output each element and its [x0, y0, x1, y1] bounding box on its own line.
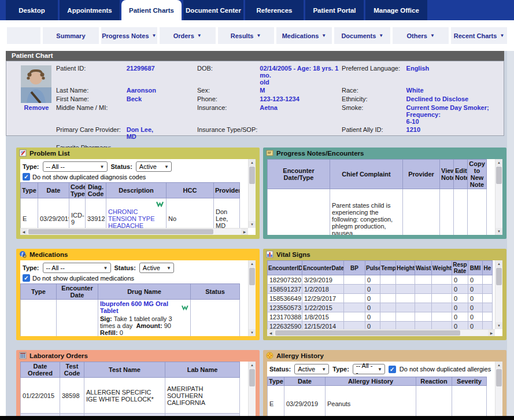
chevron-down-icon: ▼	[103, 266, 108, 271]
scroll-right-icon[interactable]: ▶	[241, 229, 248, 235]
column-header: Resp Rate	[452, 261, 468, 275]
table-cell: 38598	[60, 378, 84, 414]
table-cell	[344, 294, 365, 303]
table-cell: Smoke:	[341, 104, 405, 126]
table-row: 1829073203/29/2019000	[268, 275, 493, 285]
table-cell	[396, 285, 415, 294]
tab-patient-portal[interactable]: Patient Portal	[305, 0, 364, 20]
column-header: Diag. Code	[86, 183, 106, 198]
vital-signs-body: EncounterIDEncounterDateBPPulseTempHeigh…	[267, 260, 502, 336]
tab-appointments[interactable]: Appointments	[60, 0, 120, 20]
bottom-edge	[0, 416, 514, 420]
column-header: Test Code	[60, 362, 84, 378]
bar-chart-icon	[266, 250, 273, 258]
allergy-type-select[interactable]: -- All --▼	[353, 364, 385, 374]
chevron-down-icon: ▼	[167, 266, 171, 271]
vertical-scrollbar[interactable]: ▲▼	[495, 260, 502, 329]
subnav-documents[interactable]: Documents▼	[334, 27, 390, 44]
problem-list-table: TypeDateCode TypeDiag. CodeDescriptionHC…	[20, 182, 240, 235]
scroll-thumb[interactable]	[249, 167, 255, 184]
scroll-up-icon[interactable]: ▲	[495, 260, 502, 267]
table-cell	[380, 285, 396, 294]
table-cell	[415, 312, 432, 322]
vertical-scrollbar[interactable]: ▲▼	[495, 159, 502, 235]
vertical-scrollbar[interactable]: ▲▼	[248, 362, 256, 420]
medications-type-select[interactable]: -- All --▼	[43, 263, 111, 273]
table-cell	[344, 312, 365, 322]
column-header: Date	[38, 183, 69, 198]
scroll-thumb[interactable]	[28, 229, 213, 234]
column-header: Reaction	[416, 377, 452, 386]
tab-patient-charts[interactable]: Patient Charts	[121, 0, 182, 20]
patient-photo	[21, 65, 51, 103]
scroll-up-icon[interactable]: ▲	[249, 159, 256, 166]
type-filter-label: Type:	[23, 163, 39, 170]
scroll-up-icon[interactable]: ▲	[249, 362, 256, 369]
subnav-orders[interactable]: Orders▼	[160, 27, 216, 44]
subnav-summary[interactable]: Summary	[43, 27, 99, 44]
checkbox-checked[interactable]: ✓	[23, 274, 30, 282]
chevron-down-icon: ▼	[379, 33, 383, 38]
panel-title-text: Laboratory Orders	[29, 352, 88, 359]
table-header-row: TypeDateAllergy HistoryReactionSeverity	[268, 377, 487, 386]
scroll-up-icon[interactable]: ▲	[495, 362, 502, 369]
table-cell	[396, 303, 415, 312]
table-cell: Patient Ally ID:	[341, 126, 405, 143]
scroll-thumb[interactable]	[275, 330, 460, 336]
vertical-scrollbar[interactable]: ▲▼	[248, 159, 256, 228]
column-header: Allergy History	[326, 377, 416, 386]
table-cell: 0	[452, 303, 468, 312]
table-cell: M	[258, 86, 341, 95]
table-cell: Patient ID:	[55, 64, 125, 86]
table-row: P 3/29/2019 Ibuprofen 600 MG Oral Tablet…	[21, 300, 240, 337]
tab-desktop[interactable]: Desktop	[6, 0, 58, 20]
subnav-others[interactable]: Others▼	[393, 27, 449, 44]
problem-type-select[interactable]: -- All --▼	[43, 161, 108, 172]
table-cell	[432, 303, 452, 312]
scroll-down-icon[interactable]: ▼	[249, 329, 256, 336]
scroll-left-icon[interactable]: ◀	[267, 330, 274, 336]
tab-document-center[interactable]: Document Center	[183, 0, 243, 20]
scroll-up-icon[interactable]: ▲	[495, 159, 502, 166]
subnav-medications[interactable]: Medications▼	[276, 27, 332, 44]
scroll-thumb[interactable]	[496, 268, 502, 285]
table-cell: Don Lee, MD	[125, 126, 196, 143]
problem-status-select[interactable]: Active▼	[136, 161, 172, 172]
vertical-scrollbar[interactable]: ▲▼	[495, 362, 502, 420]
panel-title-text: Medications	[29, 251, 68, 258]
scroll-up-icon[interactable]: ▲	[249, 260, 256, 267]
scroll-right-icon[interactable]: ▶	[488, 330, 495, 336]
scroll-thumb[interactable]	[496, 369, 502, 386]
checkbox-checked[interactable]: ✓	[389, 366, 396, 373]
remove-photo-link[interactable]: Remove	[17, 104, 56, 111]
medications-status-select[interactable]: Active▼	[139, 263, 174, 273]
tab-manage-office[interactable]: Manage Office	[365, 0, 427, 20]
horizontal-scrollbar[interactable]: ◀▶	[20, 228, 248, 235]
subnav-recent-charts[interactable]: Recent Charts▼	[451, 27, 507, 44]
table-cell: White	[405, 86, 504, 95]
table-cell	[415, 303, 432, 312]
scroll-left-icon[interactable]: ◀	[20, 229, 27, 235]
subnav-progress-notes[interactable]: Progress Notes▼	[101, 27, 157, 44]
table-row: 1235505731/22/2015000	[268, 303, 493, 312]
checkbox-checked[interactable]: ✓	[23, 173, 30, 180]
status-filter-label: Status:	[114, 264, 136, 271]
scroll-thumb[interactable]	[496, 167, 502, 184]
horizontal-scrollbar[interactable]: ◀▶	[267, 329, 495, 336]
vertical-scrollbar[interactable]: ▲▼	[248, 260, 256, 336]
scroll-thumb[interactable]	[249, 268, 255, 285]
scroll-thumb[interactable]	[249, 369, 255, 386]
table-cell	[432, 275, 452, 285]
table-cell	[403, 189, 440, 235]
scroll-down-icon[interactable]: ▼	[495, 322, 502, 329]
scroll-down-icon[interactable]: ▼	[495, 228, 502, 235]
column-header: Severity	[452, 377, 487, 386]
table-cell: Ethnicity:	[341, 95, 405, 104]
scroll-down-icon[interactable]: ▼	[249, 221, 256, 228]
allergy-status-select[interactable]: Active▼	[294, 364, 329, 374]
drug-name-link[interactable]: Ibuprofen 600 MG Oral Tablet	[100, 300, 179, 314]
tab-references[interactable]: References	[245, 0, 304, 20]
diagnosis-link[interactable]: CHRONIC TENSION TYPE HEADACHE	[108, 208, 154, 229]
subnav-results[interactable]: Results▼	[218, 27, 274, 44]
table-cell	[452, 386, 487, 420]
